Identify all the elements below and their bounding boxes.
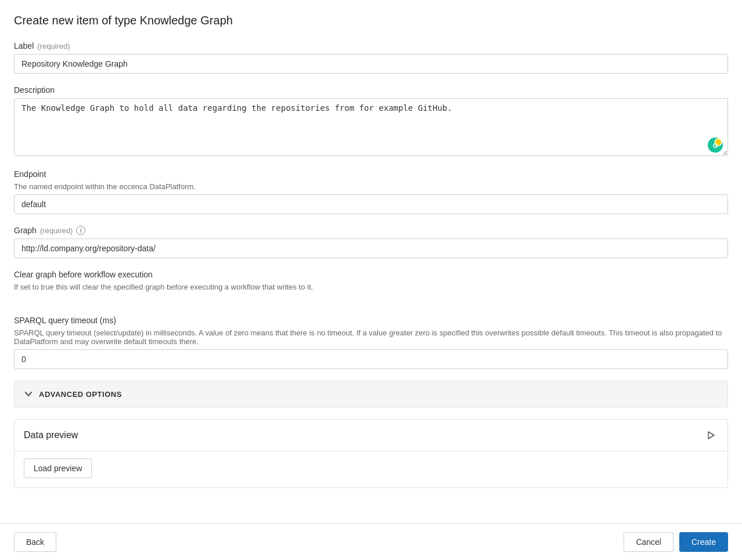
description-field-group: Description G — [14, 85, 728, 158]
sparql-timeout-input[interactable] — [14, 349, 728, 369]
page-title: Create new item of type Knowledge Graph — [14, 14, 728, 27]
create-button[interactable]: Create — [679, 532, 728, 552]
load-preview-button[interactable]: Load preview — [24, 458, 92, 478]
footer-bar: Back Cancel Create — [0, 523, 742, 560]
description-textarea-wrapper: G — [14, 98, 728, 158]
endpoint-field-group: Endpoint The named endpoint within the e… — [14, 169, 728, 214]
advanced-options-label: ADVANCED OPTIONS — [39, 390, 122, 399]
clear-graph-field-label: Clear graph before workflow execution — [14, 270, 728, 279]
graph-required-hint: (required) — [40, 226, 73, 235]
clear-graph-field-group: Clear graph before workflow execution If… — [14, 270, 728, 304]
footer-right-buttons: Cancel Create — [624, 532, 728, 552]
sparql-timeout-field-group: SPARQL query timeout (ms) SPARQL query t… — [14, 316, 728, 369]
endpoint-field-description: The named endpoint within the eccenca Da… — [14, 182, 728, 191]
svg-marker-3 — [708, 432, 714, 439]
data-preview-title: Data preview — [24, 430, 78, 440]
graph-field-label: Graph (required) i — [14, 226, 728, 235]
description-field-label: Description — [14, 85, 728, 95]
endpoint-input[interactable] — [14, 194, 728, 214]
chevron-down-icon — [24, 389, 33, 399]
label-field-group: Label (required) — [14, 41, 728, 74]
advanced-options-bar[interactable]: ADVANCED OPTIONS — [14, 381, 728, 407]
label-required-hint: (required) — [37, 42, 70, 50]
data-preview-section: Data preview Load preview — [14, 419, 728, 488]
label-field-label: Label (required) — [14, 41, 728, 50]
back-button[interactable]: Back — [14, 532, 56, 552]
cancel-button[interactable]: Cancel — [624, 532, 673, 552]
sparql-timeout-field-description: SPARQL query timeout (select/update) in … — [14, 328, 728, 346]
data-preview-header: Data preview — [15, 420, 727, 451]
data-preview-play-button[interactable] — [703, 428, 718, 443]
label-input[interactable] — [14, 54, 728, 74]
graph-info-icon: i — [76, 226, 85, 235]
description-textarea[interactable] — [14, 98, 728, 156]
sparql-timeout-field-label: SPARQL query timeout (ms) — [14, 316, 728, 325]
graph-input[interactable] — [14, 239, 728, 258]
endpoint-field-label: Endpoint — [14, 169, 728, 179]
graph-field-group: Graph (required) i — [14, 226, 728, 258]
clear-graph-field-description: If set to true this will clear the speci… — [14, 283, 728, 291]
data-preview-body: Load preview — [15, 451, 727, 487]
